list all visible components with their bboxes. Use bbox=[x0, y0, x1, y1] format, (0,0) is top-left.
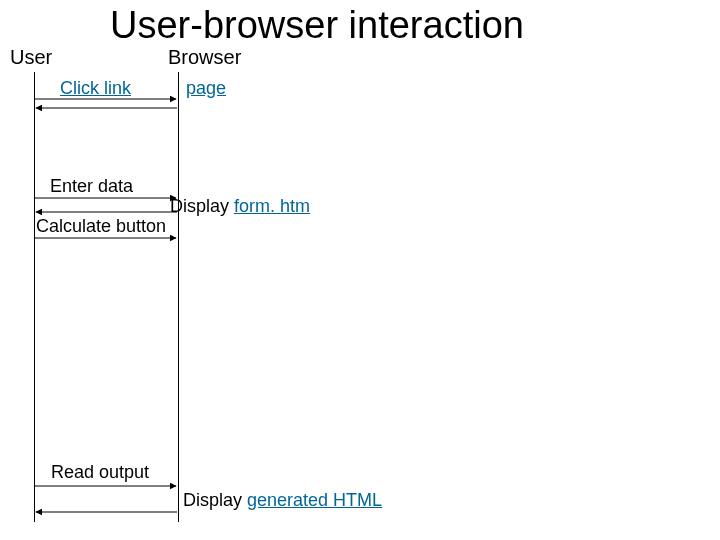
msg-display-html: Display generated HTML bbox=[183, 490, 382, 511]
msg-page[interactable]: page bbox=[186, 78, 226, 99]
msg-enter-data: Enter data bbox=[50, 176, 133, 197]
msg-display-html-prefix: Display bbox=[183, 490, 247, 510]
sequence-diagram: User-browser interaction User Browser Cl… bbox=[0, 0, 720, 540]
msg-calculate-button: Calculate button bbox=[36, 216, 166, 237]
actor-browser-label: Browser bbox=[168, 46, 241, 69]
actor-user-label: User bbox=[10, 46, 52, 69]
msg-read-output: Read output bbox=[51, 462, 149, 483]
msg-display-html-link[interactable]: generated HTML bbox=[247, 490, 382, 510]
lifeline-user bbox=[34, 72, 35, 522]
diagram-title: User-browser interaction bbox=[110, 4, 524, 47]
msg-display-form-prefix: Display bbox=[170, 196, 234, 216]
msg-display-form-link[interactable]: form. htm bbox=[234, 196, 310, 216]
msg-click-link[interactable]: Click link bbox=[60, 78, 131, 99]
msg-display-form: Display form. htm bbox=[170, 196, 310, 217]
lifeline-browser bbox=[178, 72, 179, 522]
